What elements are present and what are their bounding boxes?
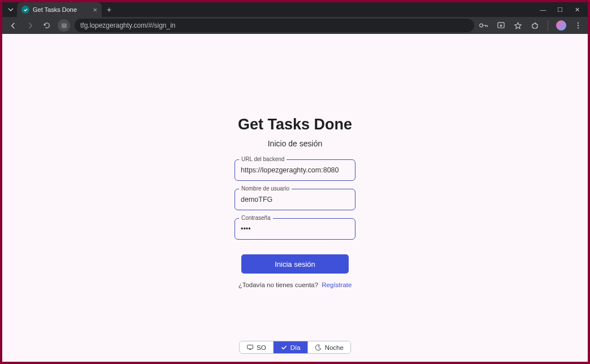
new-tab-button[interactable]: + bbox=[103, 3, 115, 16]
sign-in-button[interactable]: Inicia sesión bbox=[241, 254, 349, 274]
browser-toolbar: tfg.lopezgeraghty.com/#/sign_in bbox=[2, 17, 588, 34]
password-key-icon[interactable] bbox=[479, 20, 489, 31]
install-app-icon[interactable] bbox=[496, 20, 506, 31]
theme-night-button[interactable]: Noche bbox=[308, 341, 350, 353]
password-input[interactable] bbox=[235, 218, 355, 240]
svg-point-5 bbox=[578, 25, 579, 26]
check-icon bbox=[280, 344, 288, 351]
username-label: Nombre de usuario bbox=[239, 185, 292, 192]
tab-search-dropdown[interactable] bbox=[6, 5, 16, 15]
password-field-wrapper: Contraseña bbox=[235, 218, 355, 240]
svg-point-4 bbox=[578, 22, 579, 23]
close-icon[interactable]: × bbox=[93, 6, 97, 14]
browser-tab[interactable]: Get Tasks Done × bbox=[17, 2, 102, 17]
signup-link[interactable]: Regístrate bbox=[322, 281, 352, 288]
theme-day-button[interactable]: Día bbox=[274, 341, 308, 353]
username-field-wrapper: Nombre de usuario bbox=[235, 189, 355, 210]
minimize-button[interactable]: — bbox=[539, 6, 547, 14]
toolbar-divider bbox=[548, 20, 548, 31]
profile-avatar[interactable] bbox=[556, 20, 566, 31]
url-text: tfg.lopezgeraghty.com/#/sign_in bbox=[80, 21, 176, 29]
address-bar[interactable]: tfg.lopezgeraghty.com/#/sign_in bbox=[75, 19, 474, 32]
svg-point-6 bbox=[578, 27, 579, 28]
page-content: Get Tasks Done Inicio de sesión URL del … bbox=[2, 34, 588, 362]
theme-night-label: Noche bbox=[325, 344, 344, 351]
backend-url-field-wrapper: URL del backend bbox=[235, 159, 355, 181]
menu-icon[interactable] bbox=[573, 20, 583, 31]
theme-so-label: SO bbox=[257, 344, 266, 351]
page-subtitle: Inicio de sesión bbox=[268, 139, 323, 148]
back-button[interactable] bbox=[7, 19, 19, 32]
bookmark-star-icon[interactable] bbox=[513, 20, 523, 31]
svg-rect-1 bbox=[62, 26, 66, 27]
theme-day-label: Día bbox=[290, 344, 301, 351]
monitor-icon bbox=[246, 344, 254, 351]
extensions-icon[interactable] bbox=[530, 20, 540, 31]
reload-button[interactable] bbox=[41, 19, 53, 32]
browser-tab-bar: Get Tasks Done × + — ☐ ✕ bbox=[2, 2, 588, 17]
tab-title: Get Tasks Done bbox=[33, 6, 89, 13]
svg-rect-0 bbox=[62, 24, 66, 25]
signup-prompt-row: ¿Todavía no tienes cuenta? Regístrate bbox=[238, 281, 352, 288]
moon-icon bbox=[315, 344, 322, 351]
theme-so-button[interactable]: SO bbox=[240, 341, 274, 353]
password-label: Contraseña bbox=[239, 215, 273, 221]
window-controls: — ☐ ✕ bbox=[539, 6, 588, 14]
signup-prompt: ¿Todavía no tienes cuenta? bbox=[238, 281, 318, 288]
site-info-button[interactable] bbox=[58, 19, 70, 32]
favicon-icon bbox=[21, 6, 29, 14]
app-title: Get Tasks Done bbox=[238, 116, 352, 133]
backend-url-input[interactable] bbox=[235, 159, 355, 181]
username-input[interactable] bbox=[235, 189, 355, 210]
backend-url-label: URL del backend bbox=[239, 156, 287, 162]
svg-rect-7 bbox=[248, 345, 253, 349]
svg-point-2 bbox=[480, 24, 483, 27]
theme-switcher: SO Día Noche bbox=[239, 341, 351, 354]
forward-button[interactable] bbox=[24, 19, 36, 32]
maximize-button[interactable]: ☐ bbox=[556, 6, 564, 14]
close-window-button[interactable]: ✕ bbox=[573, 6, 581, 14]
